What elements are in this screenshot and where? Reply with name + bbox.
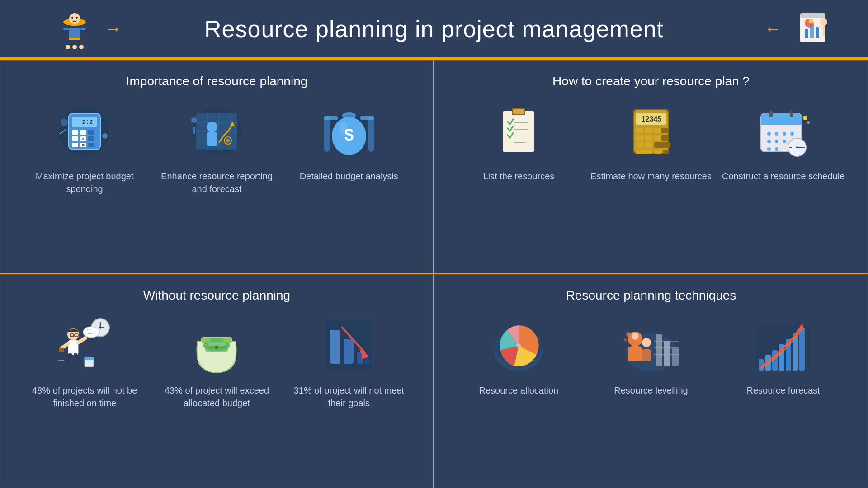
header-icon-left: →: [54, 9, 122, 49]
svg-rect-85: [661, 128, 669, 133]
header-icon-right: ←: [764, 9, 832, 49]
svg-rect-5: [80, 28, 86, 30]
header: → Resource planning in project managemen…: [0, 0, 868, 59]
not-finished-time-label: 48% of projects will not be finished on …: [23, 384, 146, 409]
gold-calculator-icon: 12345: [622, 102, 680, 161]
svg-rect-93: [636, 150, 652, 154]
svg-point-175: [642, 338, 651, 347]
main-grid: Importance of resource planning 2÷2: [0, 59, 868, 488]
svg-point-110: [767, 147, 771, 151]
svg-point-105: [790, 132, 794, 136]
svg-point-10: [76, 17, 78, 19]
item-enhance-resource: Enhance resource reporting and forecast: [151, 102, 283, 195]
svg-point-20: [820, 19, 827, 26]
quadrant-techniques: Resource planning techniques: [434, 274, 868, 488]
svg-line-140: [75, 355, 81, 365]
money-bag-icon: $: [320, 102, 378, 161]
people-bars-icon: [622, 316, 680, 375]
svg-point-42: [102, 133, 108, 139]
resource-plan-title: How to create your resource plan ?: [552, 74, 750, 89]
svg-point-2: [69, 13, 80, 24]
svg-rect-160: [365, 359, 369, 364]
svg-rect-73: [513, 109, 524, 114]
techniques-title: Resource planning techniques: [566, 288, 736, 303]
svg-line-139: [66, 355, 70, 366]
svg-text:$: $: [344, 126, 354, 144]
svg-rect-16: [805, 29, 808, 38]
svg-point-121: [803, 116, 807, 120]
svg-rect-71: [503, 111, 534, 152]
svg-rect-100: [769, 111, 773, 117]
svg-point-13: [79, 45, 84, 49]
construct-schedule-label: Construct a resource schedule: [722, 170, 844, 183]
header-title: Resource planning in project management: [204, 15, 664, 42]
svg-point-122: [807, 121, 810, 124]
item-resource-forecast: Resource forecast: [717, 316, 849, 397]
importance-items: 2÷2 + × −: [19, 102, 415, 260]
item-resource-levelling: Resource levelling: [585, 316, 717, 397]
svg-text:+: +: [74, 136, 76, 141]
svg-rect-99: [761, 121, 802, 125]
svg-rect-29: [80, 130, 86, 135]
svg-rect-167: [672, 348, 679, 366]
svg-rect-166: [664, 341, 670, 366]
svg-line-138: [78, 338, 85, 343]
svg-rect-144: [85, 357, 94, 360]
exceed-budget-label: 43% of project will exceed allocated bud…: [155, 384, 278, 409]
svg-point-9: [71, 17, 73, 19]
not-meet-goals-label: 31% of project will not meet their goals: [288, 384, 410, 409]
item-estimate-resources: 12345: [585, 102, 717, 183]
svg-rect-89: [661, 135, 669, 141]
techniques-items: Resource allocation: [453, 316, 849, 474]
declining-bars-icon: [320, 316, 378, 375]
svg-rect-88: [654, 135, 661, 141]
svg-rect-86: [636, 135, 643, 141]
running-person-icon: • • • •: [55, 316, 114, 375]
svg-rect-8: [69, 38, 80, 40]
without-planning-items: • • • •: [19, 316, 415, 474]
without-planning-title: Without resource planning: [143, 288, 290, 303]
svg-point-53: [207, 122, 217, 132]
svg-rect-18: [816, 27, 819, 38]
checklist-icon: [489, 102, 548, 161]
pie-chart-icon: [489, 316, 548, 375]
quadrant-resource-plan: How to create your resource plan ?: [434, 60, 868, 274]
analyst-icon: [791, 9, 832, 49]
resource-allocation-label: Resource allocation: [479, 384, 559, 397]
svg-rect-95: [663, 150, 669, 154]
svg-rect-64: [360, 116, 374, 120]
arrow-left-icon: ←: [764, 19, 782, 39]
importance-title: Importance of resource planning: [126, 74, 308, 89]
svg-text:• •: • •: [88, 332, 92, 336]
svg-rect-84: [654, 128, 661, 133]
arrow-right-icon: →: [104, 19, 122, 39]
calculator-icon: 2÷2 + × −: [55, 102, 114, 161]
svg-text:×: ×: [82, 136, 85, 141]
svg-point-12: [72, 45, 77, 49]
svg-point-107: [775, 140, 778, 143]
svg-rect-28: [72, 130, 78, 135]
svg-point-57: [226, 139, 230, 142]
svg-rect-35: [88, 136, 94, 141]
maximize-budget-label: Maximize project budget spending: [23, 170, 146, 195]
svg-rect-83: [645, 128, 652, 133]
svg-rect-4: [63, 28, 69, 30]
svg-rect-101: [790, 111, 793, 117]
svg-point-108: [783, 140, 786, 143]
svg-point-106: [767, 140, 771, 143]
quadrant-without-planning: Without resource planning • • • •: [0, 274, 434, 488]
svg-rect-157: [330, 330, 340, 364]
svg-point-103: [775, 132, 778, 136]
svg-point-120: [796, 146, 798, 148]
estimate-resources-label: Estimate how many resources: [590, 170, 712, 183]
worker-icon: [54, 9, 95, 49]
item-budget-analysis: $ Detailed budget analysis: [283, 102, 415, 183]
svg-rect-82: [636, 128, 643, 133]
svg-rect-165: [656, 334, 662, 366]
svg-rect-62: [368, 116, 374, 152]
svg-text:2÷2: 2÷2: [82, 118, 93, 126]
list-resources-label: List the resources: [483, 170, 554, 183]
enhance-resource-label: Enhance resource reporting and forecast: [155, 170, 278, 195]
item-construct-schedule: Construct a resource schedule: [717, 102, 849, 183]
svg-rect-87: [645, 135, 652, 141]
